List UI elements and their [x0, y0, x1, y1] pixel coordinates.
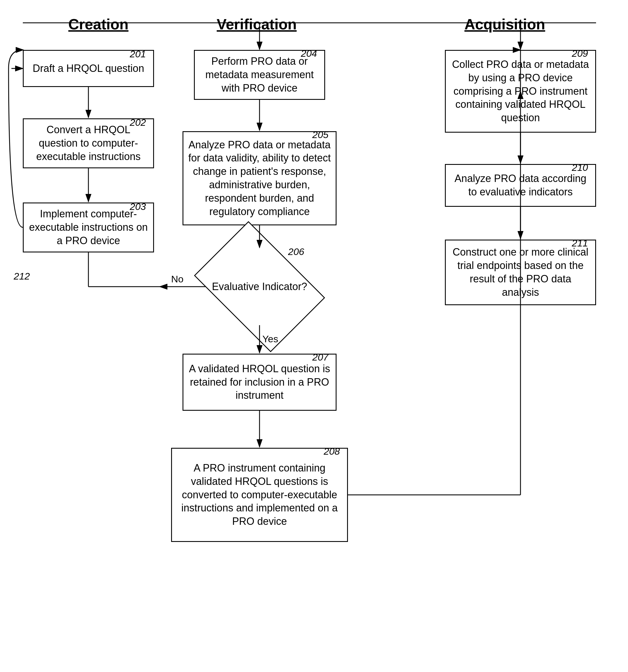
step-208-box: A PRO instrument containing validated HR…	[171, 448, 348, 542]
step-205-box: Analyze PRO data or metadata for data va…	[183, 131, 337, 225]
svg-text:No: No	[171, 273, 184, 284]
step-209-box: Collect PRO data or metadata by using a …	[445, 50, 596, 133]
step-207-label: 207	[312, 352, 329, 363]
step-203-label: 203	[130, 201, 146, 212]
step-211-label: 211	[572, 238, 588, 249]
header-creation: Creation	[44, 16, 152, 33]
header-verification: Verification	[197, 16, 317, 33]
step-206-label: 206	[288, 246, 304, 257]
flowchart-diagram: Creation Verification Acquisition Draft …	[0, 0, 628, 672]
step-205-label: 205	[312, 129, 329, 140]
svg-text:212: 212	[14, 271, 30, 282]
step-201-label: 201	[130, 48, 146, 59]
header-acquisition: Acquisition	[445, 16, 565, 33]
step-208-label: 208	[324, 446, 340, 457]
step-209-label: 209	[572, 48, 588, 59]
step-211-box: Construct one or more clinical trial end…	[445, 240, 596, 305]
step-210-label: 210	[572, 162, 588, 173]
step-204-label: 204	[301, 48, 317, 59]
step-206-diamond: Evaluative Indicator?	[206, 248, 314, 325]
step-202-label: 202	[130, 117, 146, 128]
